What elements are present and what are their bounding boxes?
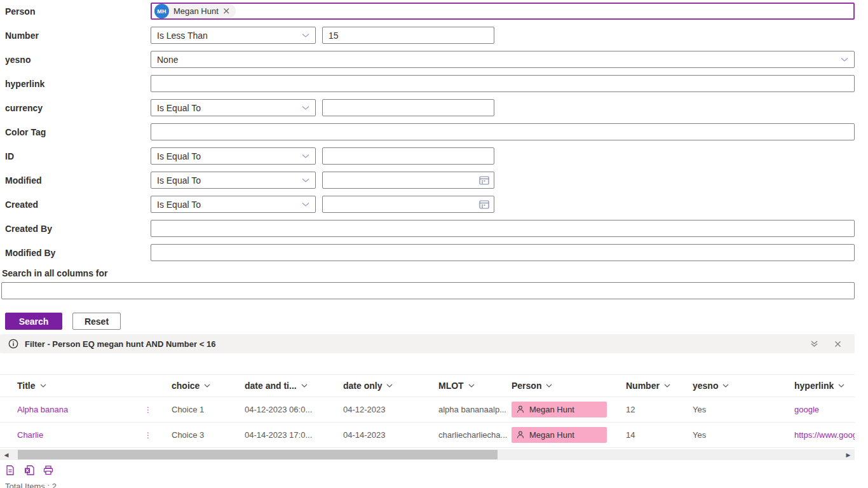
title-link[interactable]: Alpha banana (17, 405, 68, 414)
createdby-input[interactable] (151, 220, 855, 237)
field-label-person: Person (0, 6, 151, 17)
more-options-icon[interactable]: ⋮ (144, 407, 152, 413)
created-operator-value: Is Equal To (157, 200, 201, 210)
column-header-title[interactable]: Title (0, 381, 172, 391)
calendar-icon[interactable] (479, 175, 489, 186)
column-header-label: date and ti... (245, 381, 297, 391)
currency-value-input[interactable] (322, 99, 494, 116)
info-icon (8, 339, 18, 349)
chevron-down-icon (386, 383, 393, 389)
cell-datetime: 04-14-2023 17:0... (245, 430, 343, 440)
column-header-choice[interactable]: choice (172, 381, 245, 391)
close-icon[interactable] (834, 340, 841, 348)
scroll-left-arrow-icon[interactable]: ◀ (0, 452, 13, 458)
table-row[interactable]: Charlie ⋮ Choice 3 04-14-2023 17:0... 04… (0, 423, 855, 448)
number-operator-select[interactable]: Is Less Than (151, 27, 316, 44)
person-controls: MH Megan Hunt (151, 3, 855, 20)
results-table: Title choice date and ti... date only ML… (0, 374, 855, 448)
person-selected-pill[interactable]: MH Megan Hunt (154, 4, 236, 18)
person-picker-input[interactable]: MH Megan Hunt (151, 3, 855, 20)
hyperlink-link[interactable]: google (794, 405, 819, 414)
export-excel-icon[interactable] (24, 465, 34, 475)
id-operator-select[interactable]: Is Equal To (151, 147, 316, 165)
hyperlink-link[interactable]: https://www.goog (794, 430, 855, 440)
chevron-down-icon (301, 383, 308, 389)
column-header-label: yesno (693, 381, 718, 391)
search-button[interactable]: Search (5, 313, 62, 330)
modified-date-input[interactable] (329, 173, 456, 187)
field-label-yesno: yesno (0, 55, 151, 65)
title-link[interactable]: Charlie (17, 430, 43, 440)
chevron-down-icon (664, 383, 670, 389)
cell-hyperlink: google (794, 405, 855, 414)
person-icon (517, 431, 524, 439)
cell-person: Megan Hunt (512, 427, 626, 443)
cell-choice: Choice 3 (172, 430, 245, 440)
remove-person-icon[interactable] (223, 8, 230, 15)
cell-mlot: charliecharliecha... (438, 430, 512, 440)
scroll-right-arrow-icon[interactable]: ▶ (842, 452, 855, 458)
person-icon (517, 405, 524, 414)
scrollbar-thumb[interactable] (18, 450, 498, 459)
modified-operator-select[interactable]: Is Equal To (151, 172, 316, 189)
colortag-input[interactable] (151, 123, 855, 140)
field-label-id: ID (0, 151, 151, 161)
column-header-label: Title (17, 381, 36, 391)
chevron-down-icon (204, 383, 210, 389)
currency-operator-select[interactable]: Is Equal To (151, 99, 316, 116)
column-header-hyperlink[interactable]: hyperlink (794, 381, 855, 391)
field-label-colortag: Color Tag (0, 127, 151, 137)
filter-row-currency: currency Is Equal To (0, 99, 855, 116)
collapse-icon[interactable] (811, 340, 818, 348)
reset-button[interactable]: Reset (72, 313, 121, 330)
person-name: Megan Hunt (529, 430, 574, 440)
column-header-datetime[interactable]: date and ti... (245, 381, 343, 391)
column-header-mlot[interactable]: MLOT (438, 381, 512, 391)
modifiedby-input[interactable] (151, 244, 855, 261)
calendar-icon[interactable] (479, 200, 489, 210)
search-all-columns-label: Search in all columns for (2, 268, 855, 278)
yesno-value: None (157, 55, 178, 65)
created-date-field (322, 196, 494, 213)
field-label-hyperlink: hyperlink (0, 79, 151, 89)
chevron-down-icon (546, 383, 552, 389)
chevron-down-icon (468, 383, 475, 389)
chevron-down-icon (302, 104, 309, 112)
column-header-label: Number (626, 381, 660, 391)
cell-title: Charlie ⋮ (0, 430, 172, 440)
field-label-modified: Modified (0, 175, 151, 186)
yesno-select[interactable]: None (151, 51, 855, 68)
modified-operator-value: Is Equal To (157, 175, 201, 186)
filter-message-bar: Filter - Person EQ megan hunt AND Number… (0, 334, 855, 353)
horizontal-scrollbar[interactable]: ◀ ▶ (0, 449, 855, 460)
filter-form: Person MH Megan Hunt Number Is Less Than (0, 3, 855, 261)
createdby-controls (151, 220, 855, 237)
hyperlink-input[interactable] (151, 75, 855, 92)
person-pill-name: Megan Hunt (173, 6, 219, 16)
column-header-person[interactable]: Person (512, 381, 626, 391)
number-value-input[interactable] (322, 27, 494, 44)
chevron-down-icon (302, 177, 309, 184)
created-operator-select[interactable]: Is Equal To (151, 196, 316, 213)
created-date-input[interactable] (329, 197, 456, 212)
column-header-dateonly[interactable]: date only (343, 381, 438, 391)
person-name: Megan Hunt (529, 405, 574, 414)
cell-mlot: alpha bananaalp... (438, 405, 512, 414)
more-options-icon[interactable]: ⋮ (144, 432, 152, 438)
search-all-columns-input[interactable] (1, 282, 855, 299)
number-operator-value: Is Less Than (157, 30, 208, 41)
chevron-down-icon (302, 32, 309, 39)
export-csv-icon[interactable] (5, 465, 15, 475)
filter-summary-text: Filter - Person EQ megan hunt AND Number… (25, 339, 804, 349)
id-operator-value: Is Equal To (157, 151, 201, 161)
cell-number: 12 (626, 405, 693, 414)
column-header-number[interactable]: Number (626, 381, 693, 391)
column-header-yesno[interactable]: yesno (693, 381, 794, 391)
cell-choice: Choice 1 (172, 405, 245, 414)
table-header-row: Title choice date and ti... date only ML… (0, 375, 855, 397)
cell-datetime: 04-12-2023 06:0... (245, 405, 343, 414)
table-row[interactable]: Alpha banana ⋮ Choice 1 04-12-2023 06:0.… (0, 397, 855, 423)
cell-number: 14 (626, 430, 693, 440)
print-icon[interactable] (43, 465, 53, 475)
id-value-input[interactable] (322, 147, 494, 165)
